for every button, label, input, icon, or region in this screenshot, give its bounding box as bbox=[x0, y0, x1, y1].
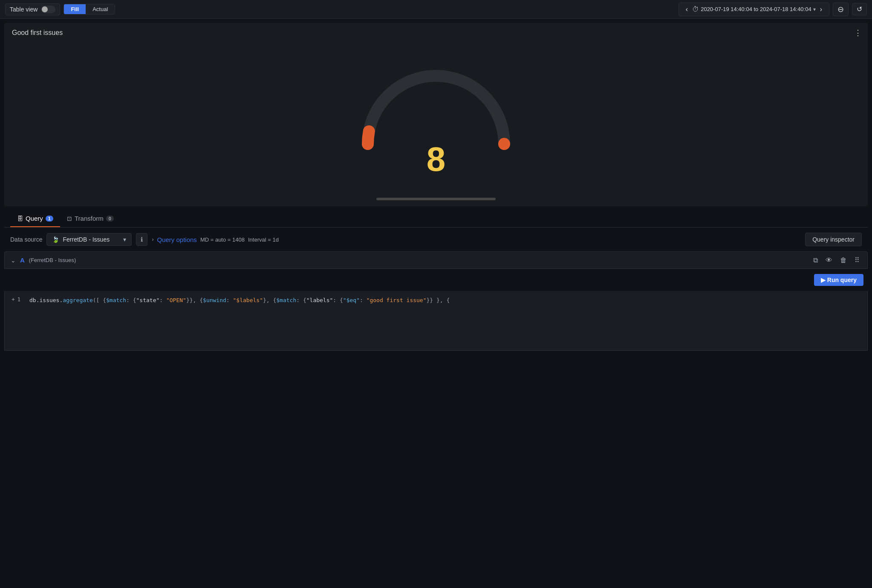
time-range-text: 2020-07-19 14:40:04 to 2024-07-18 14:40:… bbox=[701, 6, 811, 12]
gauge-svg bbox=[355, 59, 517, 153]
time-prev-button[interactable]: ‹ bbox=[683, 5, 690, 14]
ferretdb-icon: 🍃 bbox=[52, 236, 59, 243]
info-button[interactable]: ℹ bbox=[136, 233, 147, 246]
tab-query-label: Query bbox=[26, 215, 43, 222]
panel-area: Good first issues ⋮ 8 bbox=[4, 23, 868, 206]
query-inspector-button[interactable]: Query inspector bbox=[805, 233, 862, 246]
delete-query-button[interactable]: 🗑 bbox=[838, 255, 849, 265]
zoom-out-button[interactable]: ⊖ bbox=[833, 3, 849, 16]
tab-transform[interactable]: ⊡ Transform 0 bbox=[60, 210, 121, 227]
tabs-bar: 🗄 Query 1 ⊡ Transform 0 bbox=[4, 210, 868, 228]
toggle-knob bbox=[42, 6, 48, 12]
fill-button[interactable]: Fill bbox=[64, 4, 86, 14]
tab-transform-label: Transform bbox=[75, 215, 104, 222]
table-view-toggle[interactable]: Table view bbox=[5, 3, 60, 15]
datasource-name: FerretDB - Issues bbox=[63, 236, 110, 243]
toggle-switch[interactable] bbox=[41, 6, 55, 13]
datasource-chevron-icon: ▾ bbox=[123, 236, 126, 243]
query-options-chevron-icon: › bbox=[152, 236, 153, 242]
query-toolbar: Data source 🍃 FerretDB - Issues ▾ ℹ › Qu… bbox=[4, 228, 868, 251]
gauge-value: 8 bbox=[427, 140, 446, 179]
refresh-button[interactable]: ↺ bbox=[852, 3, 867, 15]
transform-icon: ⊡ bbox=[67, 215, 72, 222]
copy-query-button[interactable]: ⧉ bbox=[811, 255, 820, 265]
panel-scrollbar[interactable] bbox=[376, 198, 496, 200]
datasource-label: Data source bbox=[10, 236, 42, 243]
panel-menu-button[interactable]: ⋮ bbox=[854, 28, 862, 37]
drag-query-button[interactable]: ⠿ bbox=[853, 255, 861, 265]
tab-query-badge: 1 bbox=[46, 216, 53, 222]
code-editor[interactable]: + 1 db.issues.aggregate([ {$match: {"sta… bbox=[4, 291, 868, 351]
code-line-1: + 1 db.issues.aggregate([ {$match: {"sta… bbox=[12, 296, 860, 305]
query-row-header: ⌄ A (FerretDB - Issues) ⧉ 👁 🗑 ⠿ bbox=[4, 251, 868, 269]
gauge-container: 8 bbox=[355, 59, 517, 179]
time-range-group[interactable]: ‹ ⏱ 2020-07-19 14:40:04 to 2024-07-18 14… bbox=[679, 3, 829, 16]
run-query-button[interactable]: ▶ Run query bbox=[814, 274, 863, 286]
query-row-actions: ⧉ 👁 🗑 ⠿ bbox=[811, 255, 861, 265]
datasource-select[interactable]: 🍃 FerretDB - Issues ▾ bbox=[46, 233, 132, 246]
fill-actual-group: Fill Actual bbox=[64, 4, 115, 14]
tab-query[interactable]: 🗄 Query 1 bbox=[10, 210, 60, 227]
query-options-button[interactable]: Query options bbox=[157, 236, 196, 243]
line-number: 1 bbox=[17, 297, 20, 303]
actual-button[interactable]: Actual bbox=[86, 4, 115, 14]
code-content[interactable]: db.issues.aggregate([ {$match: {"state":… bbox=[29, 296, 860, 305]
query-row-label: A bbox=[20, 257, 25, 264]
time-chevron-icon: ▾ bbox=[813, 6, 816, 12]
panel-scrollbar-thumb bbox=[376, 198, 496, 200]
time-next-button[interactable]: › bbox=[817, 5, 825, 14]
tab-transform-badge: 0 bbox=[106, 216, 114, 222]
query-row-chevron-icon[interactable]: ⌄ bbox=[11, 257, 16, 264]
clock-icon: ⏱ bbox=[692, 6, 699, 13]
line-gutter: + 1 bbox=[12, 296, 24, 303]
hide-query-button[interactable]: 👁 bbox=[824, 255, 834, 265]
query-options-interval: Interval = 1d bbox=[248, 236, 279, 243]
database-icon: 🗄 bbox=[17, 215, 23, 222]
query-options-group: › Query options MD = auto = 1408 Interva… bbox=[152, 236, 278, 243]
run-query-row: ▶ Run query bbox=[0, 269, 872, 291]
panel-title: Good first issues bbox=[12, 29, 63, 37]
query-options-md: MD = auto = 1408 bbox=[200, 236, 245, 243]
top-toolbar: Table view Fill Actual ‹ ⏱ 2020-07-19 14… bbox=[0, 0, 872, 19]
table-view-label: Table view bbox=[10, 6, 38, 13]
query-row-datasource: (FerretDB - Issues) bbox=[29, 257, 76, 263]
line-plus-icon[interactable]: + bbox=[12, 296, 15, 303]
